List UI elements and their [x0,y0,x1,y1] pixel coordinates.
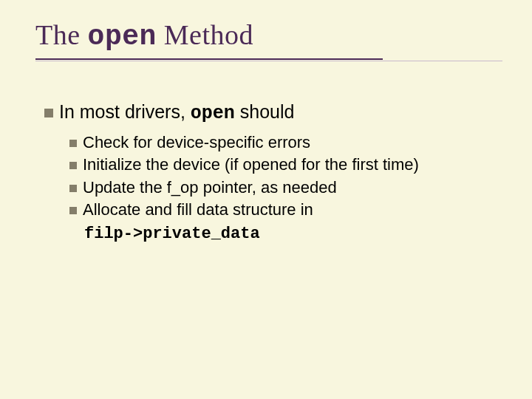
code-continuation: filp->private_data [69,222,505,245]
code-text: filp->private_data [84,225,260,243]
title-pre: The [35,19,88,50]
square-bullet-icon [44,109,53,117]
list-item: Initialize the device (if opened for the… [69,154,505,176]
list-item: Update the f_op pointer, as needed [69,177,505,199]
body-content: In most drivers, open should Check for d… [44,100,505,246]
bullet-text: Initialize the device (if opened for the… [83,155,419,174]
bullet-text: Check for device-specific errors [83,133,310,151]
slide-title: The open Method [35,18,502,52]
underline-thick [35,58,383,60]
underline-thin [35,61,502,61]
square-bullet-icon [69,207,77,214]
square-bullet-icon [69,140,77,147]
title-post: Method [157,19,253,50]
square-bullet-icon [69,162,77,169]
title-mono: open [88,21,157,52]
intro-post: should [235,101,295,122]
title-underline [35,58,502,61]
list-item: Check for device-specific errors [69,132,505,154]
intro-pre: In most drivers, [59,101,191,122]
title-region: The open Method [35,18,502,61]
list-item: Allocate and fill data structure in [69,200,505,221]
slide: The open Method In most drivers, open sh… [0,0,532,399]
square-bullet-icon [69,185,77,192]
bullet-text: Allocate and fill data structure in [83,200,313,219]
intro-line: In most drivers, open should [44,100,505,126]
intro-mono: open [191,103,235,124]
bullet-text: Update the f_op pointer, as needed [83,178,337,197]
